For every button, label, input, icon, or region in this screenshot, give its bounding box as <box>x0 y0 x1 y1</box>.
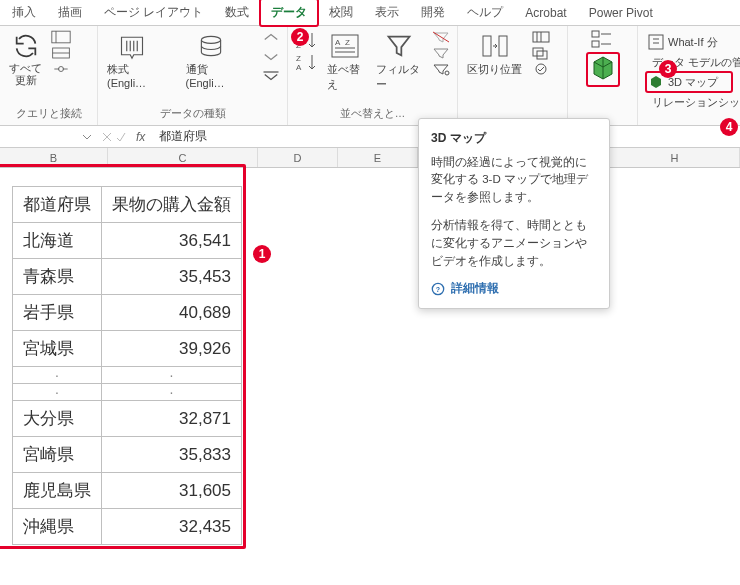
tab-view[interactable]: 表示 <box>367 0 407 25</box>
tooltip-3dmap: 3D マップ 時間の経過によって視覚的に変化する 3-D マップで地理データを参… <box>418 118 610 309</box>
header-amount[interactable]: 果物の購入金額 <box>102 187 242 223</box>
map3d-menu-item[interactable]: 3D マップ <box>648 73 730 91</box>
currency-icon <box>197 32 225 60</box>
group-datatypes: 株式 (Engli… 通貨 (Engli… データの種類 <box>98 26 288 125</box>
formula-bar: fx 都道府県 <box>0 126 740 148</box>
table-row: 青森県35,453 <box>13 259 242 295</box>
svg-rect-17 <box>499 36 507 56</box>
svg-text:A: A <box>335 38 341 47</box>
data-table: 都道府県 果物の購入金額 北海道36,541 青森県35,453 岩手県40,6… <box>12 186 242 545</box>
svg-point-5 <box>201 36 220 43</box>
fx-icon[interactable]: fx <box>128 130 153 144</box>
filter-reapply-icon[interactable] <box>431 46 451 60</box>
ribbon-data: すべて 更新 クエリと接続 株式 (Engli… 通貨 (Engli… <box>0 26 740 126</box>
dropdown-icon[interactable] <box>80 130 94 144</box>
tab-formulas[interactable]: 数式 <box>217 0 257 25</box>
table-row: 鹿児島県31,605 <box>13 473 242 509</box>
svg-text:Z: Z <box>296 54 301 63</box>
properties-icon[interactable] <box>51 46 71 60</box>
callout-1: 1 <box>253 245 271 263</box>
cell[interactable]: 36,541 <box>102 223 242 259</box>
filter-icon <box>385 32 413 60</box>
map3d-trigger[interactable] <box>588 54 618 85</box>
text-to-columns-label: 区切り位置 <box>467 62 522 77</box>
editlinks-icon[interactable] <box>51 62 71 76</box>
formula-value[interactable]: 都道府県 <box>153 128 213 145</box>
datatype-stocks[interactable]: 株式 (Engli… <box>104 30 161 91</box>
datavalidation-icon[interactable] <box>531 62 551 76</box>
map3d-icon <box>588 54 618 82</box>
tooltip-more-link[interactable]: ? 詳細情報 <box>431 280 597 298</box>
tab-powerpivot[interactable]: Power Pivot <box>581 2 661 24</box>
dots: · <box>13 367 102 384</box>
cancel-icon[interactable] <box>100 130 114 144</box>
header-pref[interactable]: 都道府県 <box>13 187 102 223</box>
datatools-mini <box>531 30 551 76</box>
cell[interactable]: 32,435 <box>102 509 242 545</box>
tooltip-link-label: 詳細情報 <box>451 280 499 298</box>
enter-icon[interactable] <box>114 130 128 144</box>
dots: · <box>102 384 242 401</box>
col-B[interactable]: B <box>0 148 108 167</box>
cell[interactable]: 32,871 <box>102 401 242 437</box>
col-E[interactable]: E <box>338 148 418 167</box>
cell[interactable]: 北海道 <box>13 223 102 259</box>
flashfill-icon[interactable] <box>531 30 551 44</box>
sort-label: 並べ替え <box>327 62 364 92</box>
refresh-label: すべて 更新 <box>9 62 42 86</box>
tooltip-body-1: 時間の経過によって視覚的に変化する 3-D マップで地理データを参照します。 <box>431 154 597 207</box>
scroll-down-icon[interactable] <box>261 50 281 64</box>
text-to-columns[interactable]: 区切り位置 <box>464 30 525 79</box>
cell[interactable]: 35,453 <box>102 259 242 295</box>
svg-rect-16 <box>483 36 491 56</box>
tab-draw[interactable]: 描画 <box>50 0 90 25</box>
relationships-button[interactable]: リレーションシップ( <box>648 93 730 111</box>
tab-developer[interactable]: 開発 <box>413 0 453 25</box>
map3d-label: 3D マップ <box>668 75 718 90</box>
filter-button[interactable]: フィルター <box>373 30 425 94</box>
tab-review[interactable]: 校閲 <box>321 0 361 25</box>
scroll-more-icon[interactable] <box>261 70 281 84</box>
sort-desc-icon[interactable]: ZA <box>294 52 318 72</box>
group-forecast-icons <box>568 26 638 125</box>
scroll-up-icon[interactable] <box>261 30 281 44</box>
cell[interactable]: 鹿児島県 <box>13 473 102 509</box>
cell[interactable]: 宮崎県 <box>13 437 102 473</box>
cell[interactable]: 青森県 <box>13 259 102 295</box>
tab-help[interactable]: ヘルプ <box>459 0 511 25</box>
cell[interactable]: 31,605 <box>102 473 242 509</box>
refresh-all-button[interactable]: すべて 更新 <box>6 30 45 88</box>
cell[interactable]: 沖縄県 <box>13 509 102 545</box>
datatype-currency[interactable]: 通貨 (Engli… <box>183 30 240 91</box>
sort-button[interactable]: AZ 並べ替え <box>324 30 367 94</box>
relationships-label: リレーションシップ( <box>652 95 740 110</box>
removedup-icon[interactable] <box>531 46 551 60</box>
queries-icon[interactable] <box>51 30 71 44</box>
whatif-button[interactable]: What-If 分 <box>648 33 730 51</box>
sort-dialog-icon: AZ <box>331 32 359 60</box>
refresh-icon <box>12 32 40 60</box>
col-D[interactable]: D <box>258 148 338 167</box>
svg-rect-20 <box>537 51 547 59</box>
filter-advanced-icon[interactable] <box>431 62 451 76</box>
group-queries: すべて 更新 クエリと接続 <box>0 26 98 125</box>
consolidate-icon[interactable] <box>591 30 615 48</box>
group-datatypes-label: データの種類 <box>104 107 281 121</box>
cell[interactable]: 宮城県 <box>13 331 102 367</box>
filter-clear-icon[interactable] <box>431 30 451 44</box>
callout-2: 2 <box>291 28 309 46</box>
tab-pagelayout[interactable]: ページ レイアウト <box>96 0 211 25</box>
col-C[interactable]: C <box>108 148 258 167</box>
cell[interactable]: 大分県 <box>13 401 102 437</box>
cell[interactable]: 40,689 <box>102 295 242 331</box>
tab-acrobat[interactable]: Acrobat <box>517 2 574 24</box>
svg-rect-23 <box>592 41 599 47</box>
cell[interactable]: 39,926 <box>102 331 242 367</box>
tab-data[interactable]: データ <box>263 0 315 25</box>
worksheet[interactable]: 都道府県 果物の購入金額 北海道36,541 青森県35,453 岩手県40,6… <box>0 168 740 545</box>
cell[interactable]: 35,833 <box>102 437 242 473</box>
col-H[interactable]: H <box>610 148 740 167</box>
tab-insert[interactable]: 挿入 <box>4 0 44 25</box>
cell[interactable]: 岩手県 <box>13 295 102 331</box>
table-row: 大分県32,871 <box>13 401 242 437</box>
